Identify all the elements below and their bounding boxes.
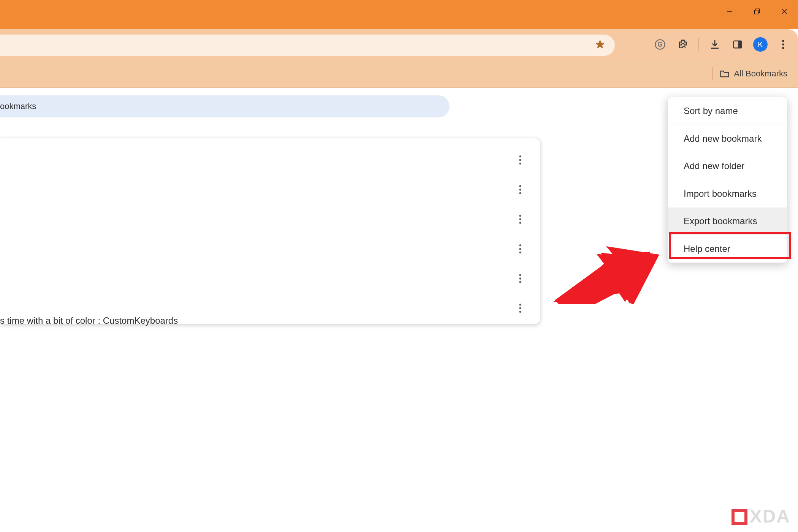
list-item[interactable]: s time with a bit of color : CustomKeybo…: [0, 294, 540, 324]
kebab-icon: [519, 303, 522, 314]
extensions-icon[interactable]: [676, 37, 690, 52]
toolbar-separator: [698, 38, 699, 51]
svg-point-24: [519, 274, 521, 276]
search-bookmarks-input[interactable]: ookmarks: [0, 95, 450, 117]
menu-import-bookmarks[interactable]: Import bookmarks: [668, 180, 787, 207]
profile-avatar[interactable]: K: [753, 37, 768, 52]
all-bookmarks-button[interactable]: All Bookmarks: [719, 68, 787, 79]
list-item[interactable]: [0, 264, 540, 294]
bookmark-title-fragment: s time with a bit of color : CustomKeybo…: [0, 315, 178, 326]
svg-point-19: [519, 218, 521, 220]
watermark-text: XDA: [750, 506, 790, 527]
svg-point-26: [519, 281, 521, 283]
svg-point-20: [519, 222, 521, 224]
svg-point-23: [519, 252, 521, 253]
svg-point-9: [782, 40, 784, 42]
svg-text:G: G: [657, 41, 663, 48]
item-menu-button[interactable]: [519, 303, 522, 315]
kebab-icon: [519, 273, 522, 284]
toolbar-actions: G K: [653, 29, 790, 60]
svg-point-12: [519, 155, 521, 157]
menu-sort-by-name[interactable]: Sort by name: [668, 97, 787, 125]
item-menu-button[interactable]: [519, 155, 522, 167]
svg-point-29: [519, 311, 521, 313]
list-item[interactable]: [0, 176, 540, 205]
svg-point-28: [519, 307, 521, 309]
watermark-logo-icon: [732, 509, 747, 525]
chrome-menu-button[interactable]: [776, 37, 790, 52]
profile-letter: K: [758, 40, 763, 49]
bookmarks-list-card: s time with a bit of color : CustomKeybo…: [0, 138, 540, 324]
svg-point-14: [519, 163, 521, 165]
svg-point-15: [519, 185, 521, 187]
search-placeholder-fragment: ookmarks: [0, 101, 36, 111]
close-button[interactable]: [771, 0, 798, 23]
maximize-button[interactable]: [743, 0, 771, 23]
address-bar[interactable]: [0, 35, 615, 56]
restore-icon: [753, 8, 761, 15]
svg-point-16: [519, 188, 521, 190]
svg-point-18: [519, 215, 521, 217]
g-circle-icon[interactable]: G: [653, 37, 667, 52]
menu-export-bookmarks[interactable]: Export bookmarks: [668, 207, 787, 235]
watermark: XDA: [732, 506, 790, 527]
kebab-icon: [519, 214, 522, 225]
item-menu-button[interactable]: [519, 244, 522, 256]
svg-point-25: [519, 277, 521, 279]
item-menu-button[interactable]: [519, 273, 522, 285]
list-item[interactable]: [0, 146, 540, 176]
list-item[interactable]: [0, 235, 540, 264]
svg-point-10: [782, 43, 784, 46]
bookmarks-bar: All Bookmarks: [0, 60, 798, 88]
list-item[interactable]: [0, 205, 540, 235]
menu-add-new-bookmark[interactable]: Add new bookmark: [668, 125, 787, 152]
minimize-button[interactable]: [716, 0, 743, 23]
item-menu-button[interactable]: [519, 184, 522, 196]
item-menu-button[interactable]: [519, 214, 522, 226]
browser-toolbar: G K: [0, 29, 798, 60]
svg-point-17: [519, 192, 521, 194]
minimize-icon: [726, 8, 733, 15]
svg-point-21: [519, 244, 521, 246]
menu-add-new-folder[interactable]: Add new folder: [668, 152, 787, 180]
bookmark-manager-menu: Sort by name Add new bookmark Add new fo…: [667, 97, 787, 263]
svg-rect-8: [738, 41, 741, 48]
svg-point-11: [782, 47, 784, 49]
menu-help-center[interactable]: Help center: [668, 235, 787, 263]
window-title-bar: [0, 0, 798, 29]
kebab-icon: [519, 244, 522, 254]
kebab-icon: [519, 184, 522, 195]
svg-point-22: [519, 248, 521, 250]
downloads-icon[interactable]: [708, 37, 722, 52]
bookmarks-bar-right: All Bookmarks: [712, 60, 787, 88]
side-panel-icon[interactable]: [730, 37, 745, 52]
svg-rect-2: [754, 10, 758, 14]
kebab-icon: [519, 155, 522, 165]
bookmark-star-icon[interactable]: [594, 39, 606, 52]
kebab-icon: [782, 39, 785, 50]
window-controls: [716, 0, 798, 23]
bookmarks-bar-separator: [712, 67, 712, 80]
svg-point-13: [519, 159, 521, 161]
close-icon: [781, 8, 788, 15]
svg-point-27: [519, 304, 521, 306]
all-bookmarks-label: All Bookmarks: [734, 69, 787, 79]
folder-icon: [719, 68, 730, 79]
